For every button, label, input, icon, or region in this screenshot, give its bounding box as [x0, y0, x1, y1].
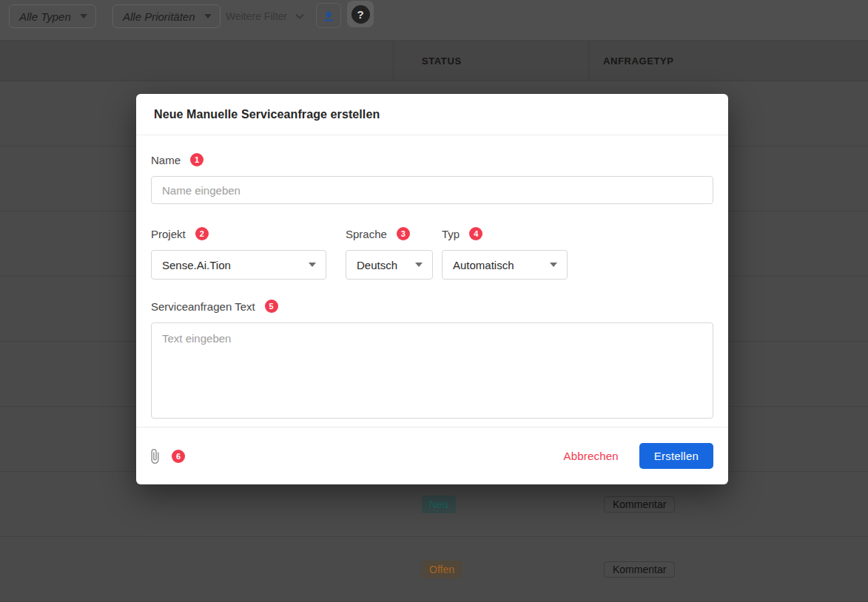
dialog-footer: 6 Abbrechen Erstellen	[136, 427, 728, 484]
dialog-body: Name 1 Projekt 2 Sense.Ai.Tion	[136, 135, 728, 419]
caret-down-icon	[550, 263, 557, 267]
annotation-badge-2: 2	[195, 227, 209, 240]
cancel-button[interactable]: Abbrechen	[563, 450, 618, 462]
serviceanfragen-text-input[interactable]	[151, 322, 713, 419]
text-field-group: Serviceanfragen Text 5	[151, 300, 713, 419]
create-service-request-dialog: Neue Manuelle Serviceanfrage erstellen N…	[136, 94, 728, 484]
sprache-field-group: Sprache 3 Deutsch	[346, 223, 433, 280]
projekt-field-group: Projekt 2 Sense.Ai.Tion	[151, 223, 326, 280]
sprache-selected-value: Deutsch	[357, 259, 397, 271]
create-button[interactable]: Erstellen	[639, 443, 713, 469]
caret-down-icon	[309, 263, 316, 267]
selects-row: Projekt 2 Sense.Ai.Tion Sprache 3 Deutsc…	[151, 223, 713, 280]
name-input[interactable]	[151, 176, 713, 204]
annotation-badge-4: 4	[469, 227, 482, 240]
annotation-badge-1: 1	[190, 153, 203, 166]
paperclip-icon	[147, 448, 163, 464]
dialog-title: Neue Manuelle Serviceanfrage erstellen	[154, 108, 380, 121]
name-field-group: Name 1	[151, 153, 713, 204]
serviceanfragen-text-label: Serviceanfragen Text	[151, 300, 255, 313]
app-screen: Alle Typen Alle Prioritäten Weitere Filt…	[0, 0, 868, 602]
projekt-label: Projekt	[151, 228, 186, 240]
typ-label: Typ	[442, 228, 460, 240]
sprache-select[interactable]: Deutsch	[346, 250, 433, 280]
typ-select[interactable]: Automatisch	[442, 250, 568, 280]
dialog-header: Neue Manuelle Serviceanfrage erstellen	[136, 94, 728, 135]
attachment-button[interactable]: 6	[147, 448, 185, 464]
annotation-badge-6: 6	[172, 450, 185, 463]
projekt-select[interactable]: Sense.Ai.Tion	[151, 250, 326, 280]
projekt-selected-value: Sense.Ai.Tion	[162, 259, 231, 271]
annotation-badge-5: 5	[265, 300, 278, 313]
typ-field-group: Typ 4 Automatisch	[442, 223, 568, 280]
typ-selected-value: Automatisch	[453, 259, 514, 271]
name-label: Name	[151, 154, 181, 166]
annotation-badge-3: 3	[397, 227, 410, 240]
sprache-label: Sprache	[346, 228, 387, 240]
caret-down-icon	[415, 263, 423, 267]
